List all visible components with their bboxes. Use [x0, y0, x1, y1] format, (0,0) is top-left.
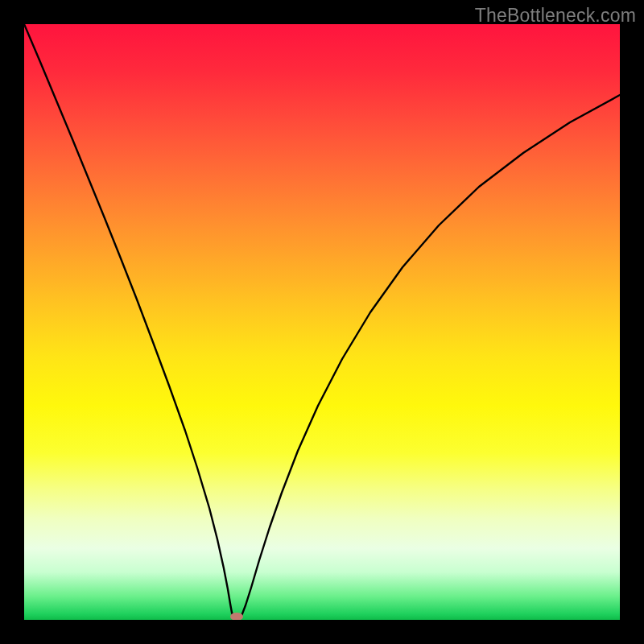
chart-frame: TheBottleneck.com [0, 0, 644, 644]
curve-svg [24, 24, 620, 620]
watermark-text: TheBottleneck.com [475, 5, 636, 27]
bottleneck-curve [24, 24, 620, 620]
plot-area [24, 24, 620, 620]
